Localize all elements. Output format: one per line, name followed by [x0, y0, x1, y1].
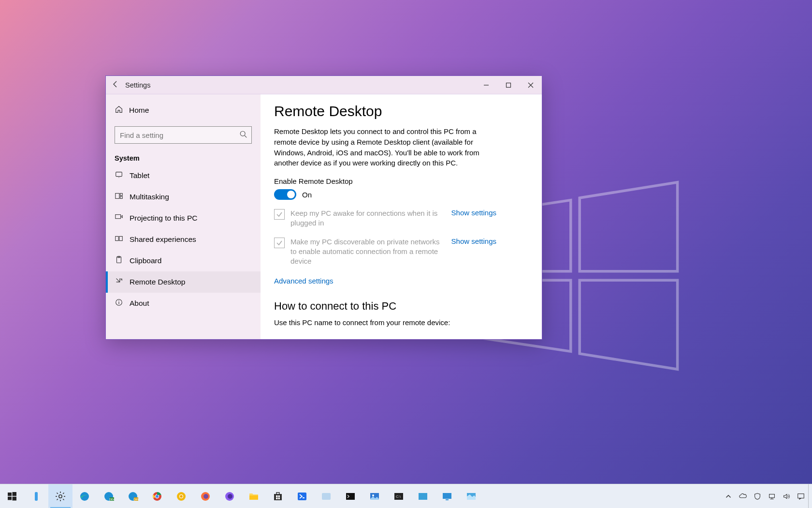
tray-volume-icon[interactable] — [779, 484, 794, 508]
svg-line-27 — [57, 493, 58, 493]
svg-rect-7 — [120, 194, 123, 196]
discoverable-show-settings-link[interactable]: Show settings — [451, 237, 496, 245]
sidebar-item-tablet[interactable]: Tablet — [106, 165, 261, 186]
svg-rect-9 — [116, 215, 121, 219]
svg-rect-20 — [13, 496, 17, 500]
taskbar-cortana[interactable] — [24, 484, 48, 508]
taskbar-file-explorer[interactable] — [242, 484, 266, 508]
svg-rect-61 — [419, 493, 427, 500]
svg-line-30 — [57, 499, 58, 500]
svg-point-5 — [118, 177, 119, 178]
svg-point-40 — [156, 495, 159, 498]
taskbar-app-blue[interactable] — [459, 484, 483, 508]
enable-remote-desktop-toggle[interactable] — [274, 189, 296, 200]
svg-rect-19 — [8, 496, 12, 500]
taskbar-chrome[interactable] — [145, 484, 169, 508]
settings-window: Settings Home System Ta — [105, 75, 542, 340]
tray-action-center-icon[interactable] — [794, 484, 808, 508]
svg-rect-21 — [35, 492, 38, 501]
projecting-icon — [115, 213, 123, 224]
svg-rect-18 — [13, 492, 17, 496]
sidebar-item-projecting[interactable]: Projecting to this PC — [106, 208, 261, 229]
tablet-icon — [115, 170, 123, 181]
sidebar-item-clipboard[interactable]: Clipboard — [106, 250, 261, 271]
sidebar-home-label: Home — [129, 106, 149, 115]
taskbar-chrome-canary[interactable] — [169, 484, 193, 508]
svg-line-29 — [63, 493, 64, 493]
tray-security-icon[interactable] — [750, 484, 765, 508]
svg-point-58 — [372, 494, 374, 496]
close-button[interactable] — [520, 76, 542, 94]
search-icon — [239, 130, 248, 141]
sidebar-item-multitasking[interactable]: Multitasking — [106, 186, 261, 208]
taskbar-terminal[interactable] — [338, 484, 362, 508]
sidebar-item-label: Remote Desktop — [130, 278, 185, 286]
tray-overflow-icon[interactable] — [721, 484, 736, 508]
sidebar-category-header: System — [106, 148, 261, 165]
keep-awake-checkbox[interactable] — [274, 209, 285, 220]
taskbar-remote-desktop-app[interactable] — [435, 484, 459, 508]
advanced-settings-link[interactable]: Advanced settings — [274, 277, 334, 285]
svg-rect-4 — [116, 172, 122, 177]
taskbar-app-light[interactable] — [314, 484, 338, 508]
taskbar-powershell[interactable] — [290, 484, 314, 508]
keep-awake-show-settings-link[interactable]: Show settings — [451, 209, 496, 217]
sidebar-item-label: Tablet — [130, 171, 149, 180]
sidebar-home[interactable]: Home — [106, 100, 261, 120]
maximize-button[interactable] — [497, 76, 520, 94]
svg-point-43 — [180, 495, 183, 498]
search-input[interactable] — [115, 126, 252, 144]
taskbar-photos[interactable] — [362, 484, 387, 508]
system-tray — [721, 484, 812, 508]
svg-rect-62 — [443, 493, 451, 499]
sidebar-item-remote-desktop[interactable]: Remote Desktop — [106, 271, 261, 293]
svg-rect-65 — [769, 494, 775, 497]
svg-rect-55 — [322, 493, 331, 500]
multitasking-icon — [115, 192, 123, 202]
svg-point-15 — [118, 300, 119, 301]
start-button[interactable] — [0, 484, 24, 508]
svg-rect-56 — [346, 493, 355, 500]
taskbar-app-generic[interactable] — [411, 484, 435, 508]
howto-subtext: Use this PC name to connect from your re… — [274, 318, 528, 327]
taskbar-settings[interactable] — [48, 484, 72, 508]
taskbar-firefox-dev[interactable] — [218, 484, 242, 508]
sidebar-item-label: Shared experiences — [130, 235, 196, 244]
svg-line-3 — [245, 135, 246, 137]
taskbar-microsoft-store[interactable] — [266, 484, 290, 508]
show-desktop-button[interactable] — [808, 484, 812, 508]
svg-rect-52 — [276, 497, 278, 499]
taskbar-edge-dev[interactable]: DEV — [97, 484, 121, 508]
taskbar-edge[interactable] — [72, 484, 97, 508]
shared-icon — [115, 234, 123, 245]
home-icon — [115, 105, 123, 116]
svg-rect-17 — [8, 493, 12, 496]
minimize-button[interactable] — [475, 76, 497, 94]
sidebar-item-shared-experiences[interactable]: Shared experiences — [106, 229, 261, 250]
svg-rect-10 — [116, 237, 118, 241]
taskbar-edge-canary[interactable]: CAN — [121, 484, 145, 508]
svg-point-47 — [228, 494, 232, 499]
svg-rect-51 — [278, 495, 280, 497]
taskbar-cmd[interactable]: C:\ — [387, 484, 411, 508]
tray-onedrive-icon[interactable] — [736, 484, 750, 508]
enable-remote-desktop-label: Enable Remote Desktop — [274, 177, 528, 185]
svg-rect-49 — [274, 494, 282, 500]
svg-rect-1 — [507, 83, 511, 87]
svg-rect-6 — [116, 194, 119, 199]
keep-awake-label: Keep my PC awake for connections when it… — [290, 209, 442, 228]
page-description: Remote Desktop lets you connect to and c… — [274, 126, 492, 168]
tray-network-icon[interactable] — [765, 484, 779, 508]
settings-content: Remote Desktop Remote Desktop lets you c… — [261, 94, 542, 339]
window-titlebar[interactable]: Settings — [106, 76, 542, 94]
discoverable-checkbox[interactable] — [274, 238, 285, 248]
taskbar-firefox[interactable] — [193, 484, 218, 508]
sidebar-item-about[interactable]: About — [106, 293, 261, 314]
svg-point-2 — [240, 131, 245, 136]
svg-rect-11 — [119, 237, 122, 241]
svg-rect-68 — [798, 493, 804, 498]
svg-rect-53 — [278, 497, 280, 499]
page-title: Remote Desktop — [274, 103, 528, 120]
back-button[interactable] — [106, 80, 125, 90]
svg-line-28 — [63, 499, 64, 500]
